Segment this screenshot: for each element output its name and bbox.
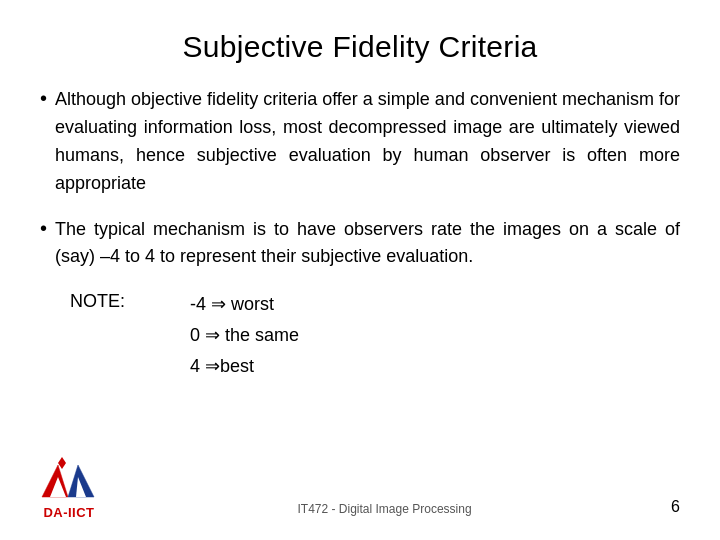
note-section: NOTE: -4 ⇒ worst 0 ⇒ the same 4 ⇒best [70,289,680,381]
logo-container: DA-IICT [40,455,98,520]
note-line-3: 4 ⇒best [190,351,299,382]
slide-title: Subjective Fidelity Criteria [40,30,680,64]
note-line-2: 0 ⇒ the same [190,320,299,351]
logo-text: DA-IICT [43,505,94,520]
page-number: 6 [671,498,680,520]
bullet-item-1: • Although objective fidelity criteria o… [40,86,680,198]
bullet-item-2: • The typical mechanism is to have obser… [40,216,680,272]
note-label: NOTE: [70,289,170,312]
note-line-1: -4 ⇒ worst [190,289,299,320]
slide-content: • Although objective fidelity criteria o… [40,86,680,445]
footer-course: IT472 - Digital Image Processing [118,502,651,520]
bullet-dot-1: • [40,87,47,110]
logo-icon [40,455,98,503]
bullet-text-1: Although objective fidelity criteria off… [55,86,680,198]
slide: Subjective Fidelity Criteria • Although … [0,0,720,540]
slide-footer: DA-IICT IT472 - Digital Image Processing… [40,455,680,520]
bullet-text-2: The typical mechanism is to have observe… [55,216,680,272]
bullet-dot-2: • [40,217,47,240]
svg-marker-4 [58,457,66,469]
note-items: -4 ⇒ worst 0 ⇒ the same 4 ⇒best [190,289,299,381]
